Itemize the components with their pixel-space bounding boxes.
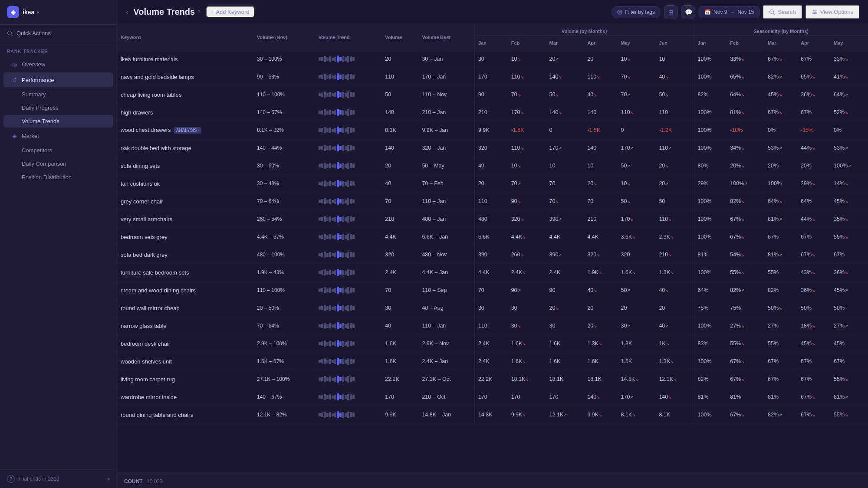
filter-by-tags-button[interactable]: Filter by tags — [612, 6, 661, 18]
view-options-button[interactable]: View Options — [806, 5, 859, 19]
analysis-tag[interactable]: ANALYSIS › — [174, 127, 202, 134]
cell-may-s: 67% — [830, 353, 868, 370]
cell-volume: 20 — [381, 50, 418, 68]
cell-volume-best: 27.1K – Oct — [418, 370, 474, 388]
sidebar-bottom: ? Trial ends in 231d ⇥ — [0, 469, 117, 488]
search-icon — [7, 30, 13, 36]
cell-volume-trend — [315, 317, 382, 335]
col-mar-v[interactable]: Mar — [546, 36, 584, 50]
col-apr-v[interactable]: Apr — [584, 36, 617, 50]
table-row: high drawers — [117, 104, 253, 121]
cell-jan-v: 210 — [474, 104, 507, 121]
cell-jan-s: 100% — [694, 406, 727, 424]
external-link-icon[interactable]: ⇥ — [105, 476, 110, 482]
cell-volume-nov: 480 – 100% — [253, 246, 315, 264]
cell-volume-best: 480 – Jan — [418, 210, 474, 228]
col-jun-v[interactable]: Jun — [655, 36, 694, 50]
cell-apr-s: 67%↘ — [797, 388, 830, 406]
col-mar-s[interactable]: Mar — [764, 36, 797, 50]
cell-jun-v: 40↘ — [655, 68, 694, 86]
col-jan-v[interactable]: Jan — [474, 36, 507, 50]
cell-volume-best: 110 – Jan — [418, 193, 474, 210]
cell-may-v: 50↗ — [618, 157, 656, 175]
grid-view-button[interactable]: ⊞ — [664, 5, 678, 19]
cell-volume: 40 — [381, 175, 418, 193]
col-apr-s[interactable]: Apr — [797, 36, 830, 50]
cell-jan-v: 320 — [474, 139, 507, 157]
cell-may-v: 70↘ — [618, 68, 656, 86]
cell-apr-s: 29%↘ — [797, 175, 830, 193]
sidebar-item-competitors[interactable]: Competitors — [3, 144, 113, 157]
sidebar-item-daily-comparison[interactable]: Daily Comparison — [3, 157, 113, 170]
cell-mar-v: 170↗ — [546, 139, 584, 157]
cell-jan-s: 100% — [694, 104, 727, 121]
col-keyword[interactable]: Keyword — [117, 24, 253, 50]
add-keyword-button[interactable]: + Add Keyword — [206, 6, 255, 18]
cell-apr-s: 43%↘ — [797, 264, 830, 282]
col-feb-v[interactable]: Feb — [508, 36, 546, 50]
cell-may-v: 1.6K↘ — [618, 264, 656, 282]
help-icon[interactable]: ? — [7, 475, 15, 483]
cell-volume-trend — [315, 157, 382, 175]
col-jan-s[interactable]: Jan — [694, 36, 727, 50]
col-may-s[interactable]: May — [830, 36, 868, 50]
col-volume-trend[interactable]: Volume Trend — [315, 24, 382, 50]
position-distribution-label: Position Distribution — [22, 174, 72, 180]
cell-may-s: 14%↘ — [830, 175, 868, 193]
cell-apr-v: 140↘ — [584, 388, 617, 406]
table-row: round wall mirror cheap — [117, 299, 253, 317]
table-container[interactable]: Keyword Volume (Nov) Volume Trend Volume… — [117, 24, 868, 475]
col-feb-s[interactable]: Feb — [727, 36, 764, 50]
count-value: 10,023 — [147, 478, 163, 485]
cell-apr-v: 140 — [584, 139, 617, 157]
cell-jan-s: 29% — [694, 175, 727, 193]
cell-volume-trend — [315, 264, 382, 282]
col-volume-nov[interactable]: Volume (Nov) — [253, 24, 315, 50]
sidebar-item-market[interactable]: ◈ Market — [3, 128, 113, 143]
cell-apr-v: 1.9K↘ — [584, 264, 617, 282]
sidebar-item-daily-progress[interactable]: Daily Progress — [3, 102, 113, 114]
cell-volume: 20 — [381, 157, 418, 175]
cell-apr-s: 36%↘ — [797, 282, 830, 299]
cell-may-s: 0% — [830, 121, 868, 139]
cell-may-v: 8.1K↘ — [618, 406, 656, 424]
sidebar-item-summary[interactable]: Summary — [3, 88, 113, 101]
cell-jan-v: 20 — [474, 175, 507, 193]
sidebar-item-performance[interactable]: ↺ Performance — [3, 72, 113, 87]
date-range[interactable]: 📅 Nov 9 → Nov 15 — [699, 6, 760, 18]
cell-mar-s: 82%↗ — [764, 406, 797, 424]
col-volume[interactable]: Volume — [381, 24, 418, 50]
quick-actions[interactable]: Quick Actions — [0, 25, 117, 42]
cell-jan-v: 170 — [474, 68, 507, 86]
cell-volume-best: 210 – Jan — [418, 104, 474, 121]
chat-button[interactable]: 💬 — [681, 5, 695, 19]
cell-may-s: 36%↘ — [830, 264, 868, 282]
cell-jun-v: 110 — [655, 104, 694, 121]
cell-may-s: 55%↘ — [830, 370, 868, 388]
cell-jan-s: 82% — [694, 370, 727, 388]
cell-jan-v: 4.4K — [474, 264, 507, 282]
cell-may-v: 30↗ — [618, 317, 656, 335]
cell-apr-s: -15% — [797, 121, 830, 139]
brand-name: ikea — [23, 9, 34, 16]
cell-mar-s: 55% — [764, 264, 797, 282]
cell-jun-v: 140↘ — [655, 388, 694, 406]
back-button[interactable]: ‹ — [126, 8, 128, 16]
table-row: navy and gold bedside lamps — [117, 68, 253, 86]
cell-volume: 320 — [381, 246, 418, 264]
table-row: very small armchairs — [117, 210, 253, 228]
cell-jun-v: 40↘ — [655, 282, 694, 299]
cell-apr-v: 1.6K — [584, 353, 617, 370]
search-button[interactable]: Search — [763, 5, 802, 19]
cell-mar-s: 67% — [764, 228, 797, 246]
col-may-v[interactable]: May — [618, 36, 656, 50]
cell-feb-s: 67%↘ — [727, 353, 764, 370]
cell-jan-v: 14.8K — [474, 406, 507, 424]
sidebar-item-overview[interactable]: ◎ Overview — [3, 57, 113, 72]
cell-volume-best: 2.4K – Jan — [418, 353, 474, 370]
sidebar-item-volume-trends[interactable]: Volume Trends — [3, 115, 113, 128]
col-volume-best[interactable]: Volume Best — [418, 24, 474, 50]
cell-feb-s: 20%↘ — [727, 157, 764, 175]
sidebar-item-position-distribution[interactable]: Position Distribution — [3, 171, 113, 183]
cell-jan-s: 82% — [694, 86, 727, 104]
